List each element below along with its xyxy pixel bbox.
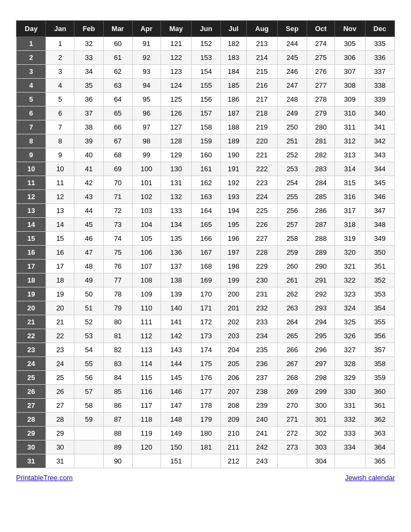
value-cell: 297 [307, 357, 335, 371]
value-cell: 62 [103, 65, 132, 79]
value-cell: 311 [334, 120, 365, 134]
value-cell: 221 [247, 148, 278, 162]
value-cell: 265 [277, 329, 307, 343]
value-cell: 158 [192, 120, 220, 134]
printabletree-link[interactable]: PrintableTree.com [16, 474, 73, 482]
value-cell: 274 [307, 37, 335, 51]
value-cell: 299 [307, 385, 335, 399]
value-cell: 85 [103, 385, 132, 399]
value-cell: 56 [74, 371, 103, 385]
value-cell: 141 [161, 315, 192, 329]
value-cell: 333 [334, 427, 365, 440]
value-cell: 31 [46, 454, 74, 468]
value-cell: 146 [161, 385, 192, 399]
value-cell: 202 [220, 315, 246, 329]
value-cell: 269 [277, 385, 307, 399]
value-cell: 2 [46, 51, 74, 65]
value-cell: 143 [161, 343, 192, 357]
day-cell: 14 [17, 218, 46, 232]
jewish-calendar-link[interactable]: Jewish calendar [345, 474, 395, 482]
value-cell: 239 [247, 399, 278, 413]
value-cell: 95 [132, 93, 161, 107]
value-cell: 1 [46, 37, 74, 51]
value-cell: 320 [334, 246, 365, 260]
value-cell: 254 [277, 176, 307, 190]
value-cell: 348 [365, 218, 395, 232]
value-cell: 128 [161, 134, 192, 148]
value-cell: 131 [161, 176, 192, 190]
value-cell: 264 [277, 315, 307, 329]
value-cell: 345 [365, 176, 395, 190]
value-cell: 127 [161, 120, 192, 134]
value-cell: 360 [365, 385, 395, 399]
value-cell: 281 [307, 134, 335, 148]
value-cell: 224 [247, 190, 278, 204]
value-cell: 326 [334, 329, 365, 343]
value-cell: 47 [74, 246, 103, 260]
value-cell: 336 [365, 51, 395, 65]
value-cell: 42 [74, 176, 103, 190]
value-cell: 92 [132, 51, 161, 65]
table-row: 44356394124155185216247277308338 [17, 79, 395, 93]
value-cell: 41 [74, 162, 103, 176]
value-cell: 203 [220, 329, 246, 343]
day-cell: 8 [17, 134, 46, 148]
value-cell: 172 [192, 315, 220, 329]
value-cell: 174 [192, 343, 220, 357]
table-row: 17174876107137168198229260290321351 [17, 260, 395, 273]
value-cell: 29 [46, 427, 74, 440]
column-header-day: Day [17, 21, 46, 37]
value-cell: 242 [247, 440, 278, 454]
value-cell: 164 [192, 204, 220, 218]
value-cell: 268 [277, 371, 307, 385]
value-cell: 313 [334, 148, 365, 162]
value-cell: 122 [161, 51, 192, 65]
value-cell: 315 [334, 176, 365, 190]
value-cell: 153 [192, 51, 220, 65]
table-header-row: DayJanFebMarAprMayJunJulAugSepOctNovDec [17, 21, 395, 37]
value-cell: 44 [74, 204, 103, 218]
value-cell: 129 [161, 148, 192, 162]
value-cell: 219 [247, 120, 278, 134]
column-header-feb: Feb [74, 21, 103, 37]
value-cell: 23 [46, 343, 74, 357]
value-cell: 110 [132, 301, 161, 315]
column-header-oct: Oct [307, 21, 335, 37]
value-cell: 350 [365, 246, 395, 260]
value-cell: 53 [74, 329, 103, 343]
value-cell: 330 [334, 385, 365, 399]
value-cell: 246 [277, 65, 307, 79]
value-cell: 234 [247, 329, 278, 343]
value-cell: 189 [220, 134, 246, 148]
value-cell: 296 [307, 343, 335, 357]
value-cell: 59 [74, 413, 103, 427]
value-cell: 237 [247, 371, 278, 385]
value-cell [277, 454, 307, 468]
column-header-apr: Apr [132, 21, 161, 37]
value-cell: 210 [220, 427, 246, 440]
value-cell: 343 [365, 148, 395, 162]
value-cell: 358 [365, 357, 395, 371]
value-cell: 60 [103, 37, 132, 51]
value-cell: 192 [220, 176, 246, 190]
column-header-jul: Jul [220, 21, 246, 37]
day-cell: 19 [17, 287, 46, 301]
day-cell: 6 [17, 107, 46, 120]
value-cell: 93 [132, 65, 161, 79]
value-cell: 238 [247, 385, 278, 399]
day-cell: 30 [17, 440, 46, 454]
value-cell: 245 [277, 51, 307, 65]
table-row: 23235482113143174204235266296327357 [17, 343, 395, 357]
value-cell: 89 [103, 440, 132, 454]
value-cell: 304 [307, 454, 335, 468]
day-cell: 31 [17, 454, 46, 468]
value-cell: 220 [247, 134, 278, 148]
day-cell: 1 [17, 37, 46, 51]
column-header-jan: Jan [46, 21, 74, 37]
value-cell: 337 [365, 65, 395, 79]
value-cell: 111 [132, 315, 161, 329]
value-cell: 272 [277, 427, 307, 440]
table-row: 313190151212243304365 [17, 454, 395, 468]
value-cell: 276 [307, 65, 335, 79]
day-cell: 23 [17, 343, 46, 357]
